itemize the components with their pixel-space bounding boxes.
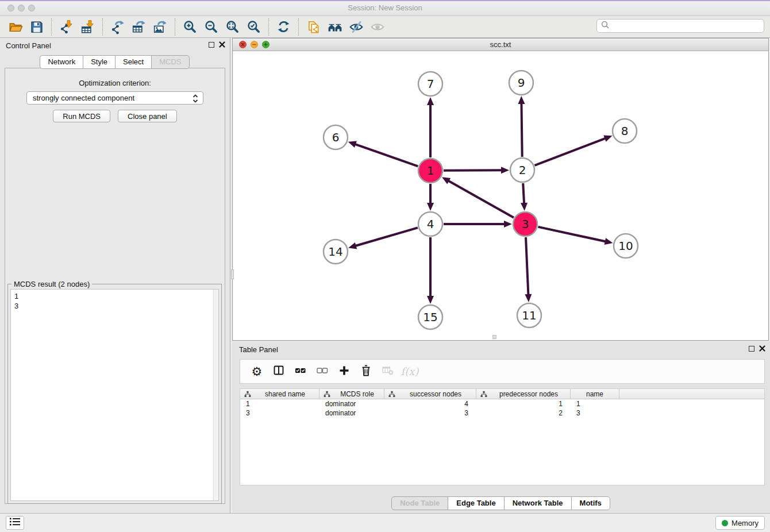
- graph-edge-4-15[interactable]: [427, 237, 434, 304]
- close-table-panel-icon[interactable]: [759, 345, 765, 352]
- import-network-button[interactable]: [56, 18, 77, 36]
- show-panels-button[interactable]: [6, 516, 24, 530]
- graph-edge-1-4[interactable]: [427, 184, 434, 211]
- float-panel-icon[interactable]: [209, 42, 214, 48]
- graph-node-8[interactable]: 8: [613, 119, 637, 143]
- mcds-result-textarea[interactable]: 13: [10, 289, 219, 501]
- select-all-button[interactable]: [290, 362, 311, 381]
- refresh-view-button[interactable]: [273, 18, 294, 36]
- graph-edge-3-11[interactable]: [525, 237, 532, 302]
- graph-edge-3-1[interactable]: [442, 177, 514, 217]
- graph-node-7[interactable]: 7: [418, 72, 442, 96]
- delete-row-button[interactable]: [355, 362, 377, 381]
- graph-edge-2-8[interactable]: [534, 136, 612, 165]
- column-header-name[interactable]: name: [571, 389, 619, 399]
- show-all-networks-button[interactable]: [324, 18, 345, 36]
- graph-edge-1-6[interactable]: [348, 141, 418, 167]
- graph-node-11[interactable]: 11: [517, 303, 541, 327]
- graph-node-1[interactable]: 1: [418, 159, 442, 183]
- criterion-select[interactable]: strongly connected component: [26, 91, 203, 105]
- zoom-in-icon: [183, 20, 197, 34]
- network-canvas-svg: 1234678910111415: [233, 51, 768, 340]
- tab-select[interactable]: Select: [115, 55, 152, 69]
- graph-node-9[interactable]: 9: [509, 71, 533, 95]
- table-panel: Table Panel ⚙f(x) shared nameMCDS rolesu…: [232, 341, 770, 513]
- search-input[interactable]: [610, 20, 764, 32]
- import-table-button[interactable]: [77, 18, 98, 36]
- zoom-fit-button[interactable]: [222, 18, 243, 36]
- graph-edge-2-9[interactable]: [518, 96, 525, 157]
- splitter-grip[interactable]: [231, 269, 234, 279]
- open-file-button[interactable]: [5, 18, 26, 36]
- table-row[interactable]: 1dominator411: [240, 399, 764, 408]
- graph-edge-2-3[interactable]: [521, 183, 528, 211]
- main-toolbar: [0, 16, 770, 38]
- mcds-result-lines: 13: [14, 291, 215, 311]
- add-row-button[interactable]: [333, 362, 355, 381]
- memory-button[interactable]: Memory: [715, 516, 765, 530]
- result-scrollbar[interactable]: [213, 290, 218, 500]
- table-cell[interactable]: 3: [571, 408, 619, 418]
- close-panel-icon[interactable]: [219, 41, 225, 48]
- table-cell[interactable]: 4: [384, 399, 476, 408]
- save-session-button[interactable]: [26, 18, 47, 36]
- tab-style[interactable]: Style: [83, 55, 116, 69]
- graph-edge-4-14[interactable]: [348, 228, 418, 249]
- graph-node-10[interactable]: 10: [614, 234, 638, 258]
- column-header-successor-nodes[interactable]: successor nodes: [384, 389, 476, 399]
- network-canvas[interactable]: 1234678910111415: [233, 51, 768, 340]
- delete-table-icon: [382, 365, 394, 378]
- table-cell[interactable]: dominator: [319, 399, 384, 408]
- hide-selected-button[interactable]: [345, 18, 367, 36]
- graph-node-14[interactable]: 14: [324, 240, 348, 264]
- table-cell[interactable]: 3: [240, 408, 319, 418]
- table-cell[interactable]: 3: [384, 408, 476, 418]
- settings-button[interactable]: ⚙: [246, 362, 268, 381]
- duplicate-network-button[interactable]: [303, 18, 324, 36]
- toolbar-separator: [175, 18, 175, 36]
- tab-node-table[interactable]: Node Table: [391, 496, 448, 510]
- export-table-button[interactable]: [128, 18, 149, 36]
- graph-edge-3-10[interactable]: [538, 227, 613, 245]
- column-header-predecessor-nodes[interactable]: predecessor nodes: [476, 389, 571, 399]
- table-cell[interactable]: dominator: [319, 408, 384, 418]
- graph-edge-1-7[interactable]: [427, 97, 434, 157]
- graph-node-6[interactable]: 6: [324, 125, 348, 149]
- column-header-shared-name[interactable]: shared name: [240, 389, 319, 399]
- add-row-icon: [338, 365, 350, 379]
- tab-motifs[interactable]: Motifs: [571, 496, 610, 510]
- window-title: Session: New Session: [0, 3, 770, 12]
- tab-mcds[interactable]: MCDS: [151, 55, 189, 69]
- tab-network[interactable]: Network: [40, 55, 83, 69]
- optimization-criterion-label: Optimization criterion:: [5, 79, 225, 87]
- graph-edge-1-2[interactable]: [444, 167, 509, 174]
- show-hidden-button[interactable]: [367, 18, 388, 36]
- table-cell[interactable]: 1: [571, 399, 619, 408]
- zoom-in-button[interactable]: [179, 18, 201, 36]
- graph-node-15[interactable]: 15: [418, 305, 442, 329]
- canvas-resize-grip[interactable]: [492, 335, 496, 339]
- zoom-out-button[interactable]: [201, 18, 222, 36]
- float-table-panel-icon[interactable]: [749, 346, 754, 352]
- table-cell[interactable]: 1: [476, 399, 571, 408]
- tab-network-table[interactable]: Network Table: [504, 496, 572, 510]
- export-image-icon: [153, 20, 168, 34]
- graph-node-3[interactable]: 3: [513, 212, 537, 236]
- run-mcds-button[interactable]: Run MCDS: [53, 110, 110, 122]
- graph-edge-4-3[interactable]: [444, 221, 512, 228]
- column-header-mcds-role[interactable]: MCDS role: [319, 389, 384, 399]
- deselect-all-button[interactable]: [311, 362, 333, 381]
- graph-node-2[interactable]: 2: [510, 158, 534, 182]
- column-view-button[interactable]: [268, 362, 290, 381]
- graph-node-4[interactable]: 4: [418, 212, 442, 236]
- close-panel-button[interactable]: Close panel: [118, 110, 177, 122]
- table-cell[interactable]: 1: [240, 399, 319, 408]
- tab-edge-table[interactable]: Edge Table: [448, 496, 504, 510]
- network-view-titlebar[interactable]: scc.txt: [233, 38, 768, 51]
- export-network-button[interactable]: [107, 18, 128, 36]
- shared-column-icon: [480, 391, 487, 398]
- table-cell[interactable]: 2: [476, 408, 571, 418]
- export-image-button[interactable]: [149, 18, 171, 36]
- zoom-selected-button[interactable]: [243, 18, 264, 36]
- table-row[interactable]: 3dominator323: [240, 408, 764, 418]
